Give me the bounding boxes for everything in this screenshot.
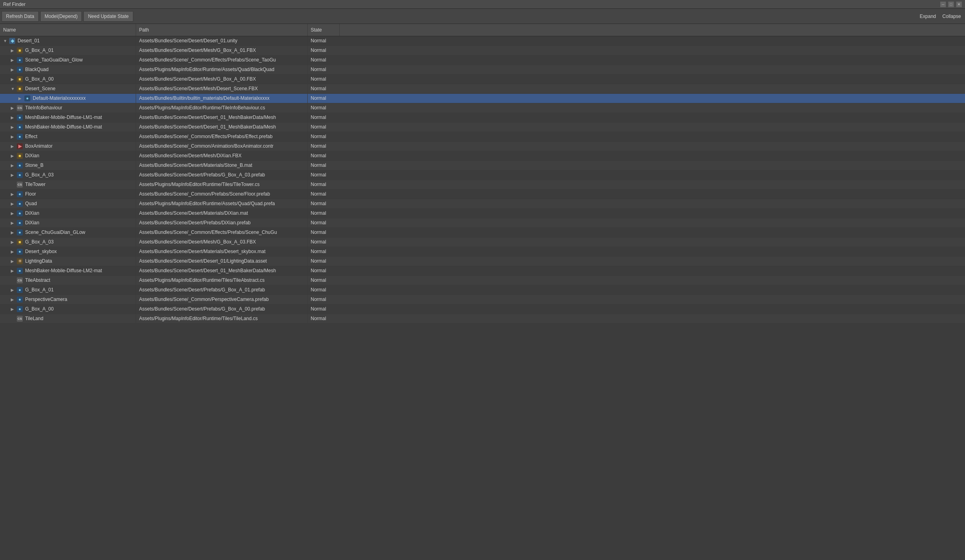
expand-arrow[interactable]: ▼: [11, 87, 16, 91]
asset-name: Desert_Scene: [25, 86, 55, 91]
table-row[interactable]: ▶●Scene_ChuGuaiDian_GLowAssets/Bundles/S…: [0, 228, 965, 237]
expand-arrow[interactable]: ▶: [11, 288, 16, 292]
asset-path: Assets/Bundles/Scene/Desert/Materials/De…: [136, 247, 307, 256]
table-row[interactable]: CSTileTowerAssets/Plugins/MapInfoEditor/…: [0, 180, 965, 189]
table-row[interactable]: ▶●EffectAssets/Bundles/Scene/_Common/Eff…: [0, 132, 965, 141]
expand-arrow[interactable]: ▶: [11, 48, 16, 53]
asset-extra: [339, 199, 965, 208]
asset-state: Normal: [307, 65, 339, 74]
table-row[interactable]: CSTileAbstractAssets/Plugins/MapInfoEdit…: [0, 275, 965, 285]
expand-arrow[interactable]: ▶: [11, 297, 16, 302]
expand-arrow[interactable]: ▶: [11, 135, 16, 139]
asset-icon: ●: [17, 297, 23, 303]
table-row[interactable]: ▶☀LightingDataAssets/Bundles/Scene/Deser…: [0, 256, 965, 266]
header-state: State: [307, 24, 339, 36]
expand-arrow[interactable]: ▶: [11, 211, 16, 216]
table-row[interactable]: ▼◆Desert_01Assets/Bundles/Scene/Desert/D…: [0, 36, 965, 46]
expand-arrow[interactable]: ▶: [11, 249, 16, 254]
expand-arrow[interactable]: ▼: [3, 39, 8, 43]
maximize-button[interactable]: □: [948, 2, 954, 7]
asset-extra: [339, 74, 965, 84]
header-extra: [339, 24, 965, 36]
table-row[interactable]: ▶●DiXianAssets/Bundles/Scene/Desert/Pref…: [0, 218, 965, 228]
collapse-button[interactable]: Collapse: [940, 13, 963, 20]
asset-name: DiXian: [25, 210, 39, 216]
table-row[interactable]: ▶●MeshBaker-Mobile-Diffuse-LM1-matAssets…: [0, 113, 965, 122]
asset-icon: ●: [24, 95, 30, 101]
asset-state: Normal: [307, 141, 339, 151]
table-row[interactable]: ▶●FloorAssets/Bundles/Scene/_Common/Pref…: [0, 189, 965, 199]
expand-arrow[interactable]: ▶: [11, 307, 16, 311]
asset-state: Normal: [307, 46, 339, 55]
close-button[interactable]: ✕: [956, 2, 962, 7]
expand-arrow[interactable]: ▶: [11, 259, 16, 263]
need-update-button[interactable]: Need Update State: [83, 11, 133, 22]
asset-state: Normal: [307, 132, 339, 141]
expand-arrow[interactable]: ▶: [18, 96, 23, 101]
table-row[interactable]: ▶●MeshBaker-Mobile-Diffuse-LM0-matAssets…: [0, 122, 965, 132]
asset-extra: [339, 113, 965, 122]
table-row[interactable]: ▶●DiXianAssets/Bundles/Scene/Desert/Mate…: [0, 208, 965, 218]
asset-state: Normal: [307, 113, 339, 122]
asset-extra: [339, 295, 965, 304]
expand-arrow[interactable]: ▶: [11, 58, 16, 62]
table-row[interactable]: ▶●PerspectiveCameraAssets/Bundles/Scene/…: [0, 295, 965, 304]
table-row[interactable]: ▼■Desert_SceneAssets/Bundles/Scene/Deser…: [0, 84, 965, 93]
asset-extra: [339, 46, 965, 55]
asset-icon: ■: [17, 86, 23, 92]
expand-arrow[interactable]: ▶: [11, 230, 16, 235]
title-bar-title: Ref Finder: [3, 2, 26, 7]
expand-arrow[interactable]: ▶: [11, 202, 16, 206]
table-row[interactable]: ▶■G_Box_A_03Assets/Bundles/Scene/Desert/…: [0, 237, 965, 247]
expand-button[interactable]: Expand: [918, 13, 939, 20]
asset-state: Normal: [307, 180, 339, 189]
table-row[interactable]: ▶●G_Box_A_00Assets/Bundles/Scene/Desert/…: [0, 304, 965, 314]
expand-arrow[interactable]: ▶: [11, 144, 16, 148]
table-row[interactable]: ▶●Stone_BAssets/Bundles/Scene/Desert/Mat…: [0, 160, 965, 170]
expand-arrow[interactable]: ▶: [11, 154, 16, 158]
expand-arrow[interactable]: ▶: [11, 77, 16, 81]
asset-state: Normal: [307, 122, 339, 132]
expand-arrow[interactable]: ▶: [11, 221, 16, 225]
asset-name: Stone_B: [25, 162, 44, 168]
table-row[interactable]: ▶●G_Box_A_03Assets/Bundles/Scene/Desert/…: [0, 170, 965, 180]
table-row[interactable]: ▶▶BoxAnimatorAssets/Bundles/Scene/_Commo…: [0, 141, 965, 151]
asset-state: Normal: [307, 170, 339, 180]
table-row[interactable]: ▶●Desert_skyboxAssets/Bundles/Scene/Dese…: [0, 247, 965, 256]
asset-name: DiXian: [25, 220, 39, 226]
model-depend-button[interactable]: Model(Depend): [40, 11, 82, 22]
asset-extra: [339, 65, 965, 74]
expand-arrow[interactable]: ▶: [11, 192, 16, 196]
asset-state: Normal: [307, 295, 339, 304]
table-row[interactable]: ▶●BlackQuadAssets/Plugins/MapInfoEditor/…: [0, 65, 965, 74]
expand-arrow[interactable]: ▶: [11, 163, 16, 168]
table-row[interactable]: ▶CSTileInfoBehaviourAssets/Plugins/MapIn…: [0, 103, 965, 113]
asset-icon: ●: [17, 67, 23, 73]
asset-path: Assets/Bundles/Scene/Desert/Mesh/DiXian.…: [136, 151, 307, 160]
expand-arrow[interactable]: ▶: [11, 173, 16, 177]
table-row[interactable]: ▶●G_Box_A_01Assets/Bundles/Scene/Desert/…: [0, 285, 965, 295]
asset-icon: ●: [17, 162, 23, 168]
asset-path: Assets/Bundles/Scene/Desert/Mesh/Desert_…: [136, 84, 307, 93]
asset-extra: [339, 256, 965, 266]
asset-icon: ●: [17, 210, 23, 216]
asset-icon: ●: [17, 220, 23, 226]
table-row[interactable]: ▶■G_Box_A_00Assets/Bundles/Scene/Desert/…: [0, 74, 965, 84]
expand-arrow[interactable]: ▶: [11, 115, 16, 120]
expand-arrow[interactable]: ▶: [11, 106, 16, 110]
refresh-button[interactable]: Refresh Data: [2, 11, 39, 22]
asset-extra: [339, 93, 965, 103]
table-row[interactable]: ▶●QuadAssets/Plugins/MapInfoEditor/Runti…: [0, 199, 965, 208]
expand-arrow[interactable]: ▶: [11, 125, 16, 129]
table-row[interactable]: ▶●MeshBaker-Mobile-Diffuse-LM2-matAssets…: [0, 266, 965, 275]
table-row[interactable]: ▶■G_Box_A_01Assets/Bundles/Scene/Desert/…: [0, 46, 965, 55]
expand-arrow[interactable]: ▶: [11, 67, 16, 72]
table-row[interactable]: CSTileLandAssets/Plugins/MapInfoEditor/R…: [0, 314, 965, 323]
table-row[interactable]: ▶●Default-MaterialxxxxxxxxAssets/Bundles…: [0, 93, 965, 103]
table-row[interactable]: ▶●Scene_TaoGuaiDian_GlowAssets/Bundles/S…: [0, 55, 965, 65]
table-row[interactable]: ▶■DiXianAssets/Bundles/Scene/Desert/Mesh…: [0, 151, 965, 160]
asset-path: Assets/Bundles/Scene/Desert/Desert_01_Me…: [136, 122, 307, 132]
minimize-button[interactable]: ─: [940, 2, 946, 7]
expand-arrow[interactable]: ▶: [11, 240, 16, 244]
expand-arrow[interactable]: ▶: [11, 269, 16, 273]
